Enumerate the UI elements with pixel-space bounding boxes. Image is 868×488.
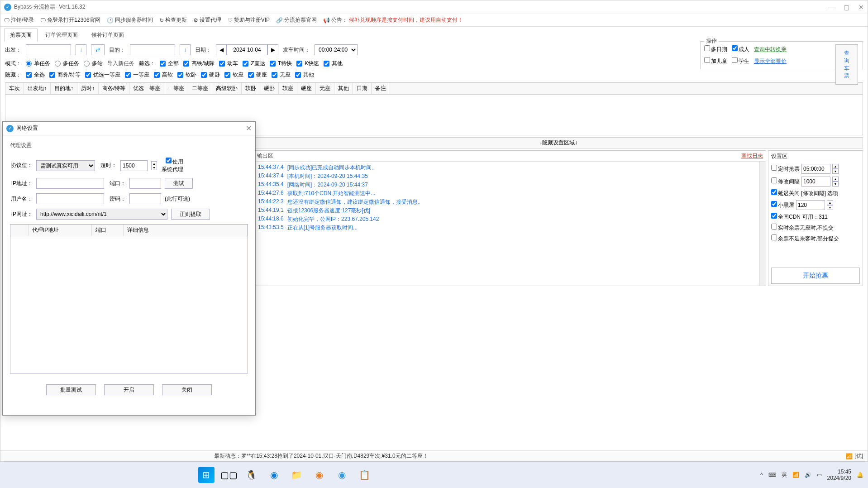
hide-ruanzuo[interactable]: 软座 (224, 71, 243, 79)
edge-icon[interactable]: ◉ (266, 467, 282, 483)
blackroom-check[interactable]: 小黑屋 (771, 201, 794, 209)
close-button[interactable]: ✕ (858, 4, 864, 11)
mode-multi[interactable]: 多任务 (55, 60, 79, 67)
showprice-link[interactable]: 显示全部票价 (754, 57, 787, 65)
find-log-link[interactable]: 查找日志 (741, 152, 763, 160)
toggle-settings-bar[interactable]: ↓隐藏设置区域↓ (254, 137, 863, 148)
pwd-input[interactable] (129, 193, 161, 204)
hide-ruanwo[interactable]: 软卧 (177, 71, 196, 79)
transfer-link[interactable]: 查询中转换乘 (754, 46, 787, 53)
partial-check[interactable]: 余票不足乘客时,部分提交 (771, 234, 839, 243)
ime-indicator[interactable]: 英 (782, 471, 787, 479)
protocol-select[interactable]: 需测试真实可用 (36, 160, 95, 171)
th-second[interactable]: 二等座 (188, 83, 212, 94)
th-other[interactable]: 其他 (334, 83, 353, 94)
filter-other[interactable]: 其他 (324, 60, 343, 67)
proxy-th-detail[interactable]: 详细信息 (124, 225, 248, 236)
th-date[interactable]: 日期 (353, 83, 372, 94)
to-input[interactable] (130, 44, 175, 55)
multidate-check[interactable]: 多日期 (704, 45, 727, 53)
tray-battery-icon[interactable]: ▭ (817, 472, 822, 478)
delay-close-check[interactable]: 延迟关闭 [修改间隔] 选项 (771, 189, 838, 197)
filter-dongche[interactable]: 动车 (219, 60, 238, 67)
login-button[interactable]: 🖵注销/登录 (4, 16, 34, 24)
hide-all[interactable]: 全选 (26, 71, 45, 79)
adult-check[interactable]: 成人 (732, 45, 749, 53)
filter-tekuai[interactable]: T特快 (270, 60, 292, 67)
timeout-up[interactable]: ▲ (152, 162, 157, 166)
dialog-close-button[interactable]: ✕ (246, 124, 252, 133)
interval-input[interactable] (801, 177, 830, 187)
blackroom-up[interactable]: ▲ (827, 200, 833, 205)
timed-down[interactable]: ▼ (832, 169, 839, 174)
taskbar-clock[interactable]: 15:45 2024/9/20 (827, 469, 851, 482)
tray-volume-icon[interactable]: 🔊 (805, 472, 811, 478)
batch-test-button[interactable]: 批量测试 (46, 384, 96, 395)
hide-yingwo[interactable]: 硬卧 (201, 71, 220, 79)
tray-wifi-icon[interactable]: 📶 (792, 472, 799, 478)
proxy-th-port[interactable]: 端口 (92, 225, 124, 236)
start-grab-button[interactable]: 开始抢票 (771, 268, 860, 284)
th-noseat[interactable]: 无座 (316, 83, 334, 94)
bypass-app-icon[interactable]: ◉ (334, 467, 350, 483)
extract-button[interactable]: 正则提取 (171, 209, 210, 220)
port-input[interactable] (129, 178, 161, 189)
prev-date-button[interactable]: ◀ (216, 44, 227, 55)
user-input[interactable] (36, 193, 104, 204)
th-softseat[interactable]: 软座 (279, 83, 297, 94)
mode-multistation[interactable]: 多站 (84, 60, 103, 67)
nosubmit-check[interactable]: 实时余票无座时,不提交 (771, 224, 834, 232)
ip-input[interactable] (36, 178, 104, 189)
task-view-icon[interactable]: ▢▢ (221, 467, 237, 483)
test-button[interactable]: 测试 (165, 178, 193, 189)
dialog-titlebar[interactable]: ✓ 网络设置 ✕ (3, 122, 255, 135)
th-duration[interactable]: 历时↑ (77, 83, 99, 94)
maximize-button[interactable]: ▢ (844, 4, 849, 11)
use-sys-proxy-check[interactable]: 使用系统代理 (161, 158, 183, 173)
th-premfirst[interactable]: 优选一等座 (129, 83, 164, 94)
firefox-icon[interactable]: ◉ (311, 467, 328, 483)
mode-single[interactable]: 单任务 (26, 60, 50, 67)
import-task-button[interactable]: 导入新任务 (107, 60, 134, 67)
th-business[interactable]: 商务/特等 (99, 83, 129, 94)
qq-icon[interactable]: 🐧 (243, 467, 260, 483)
scrollbar[interactable] (759, 162, 766, 286)
blackroom-input[interactable] (796, 200, 825, 210)
th-hardsleep[interactable]: 硬卧 (260, 83, 279, 94)
interval-check[interactable]: 修改间隔 (771, 177, 800, 186)
hide-gaoruan[interactable]: 高软 (154, 71, 173, 79)
close-proxy-button[interactable]: 关闭 (162, 384, 212, 395)
next-date-button[interactable]: ▶ (267, 44, 278, 55)
notifications-icon[interactable]: 🔔 (857, 472, 863, 478)
start-button[interactable]: ⊞ (198, 467, 215, 483)
timed-check[interactable]: 定时抢票 (771, 165, 800, 173)
th-supsoft[interactable]: 高级软卧 (212, 83, 242, 94)
tab-grab[interactable]: 抢票页面 (4, 29, 38, 42)
th-train[interactable]: 车次 (5, 83, 24, 94)
query-button[interactable]: 查询 车票 (835, 44, 858, 85)
time-select[interactable]: 00:00-24:00 (315, 44, 358, 55)
timed-up[interactable]: ▲ (832, 164, 839, 169)
proxy-th-ip[interactable]: 代理IP地址 (29, 225, 92, 236)
open-12306-button[interactable]: 🖵免登录打开12306官网 (40, 16, 100, 24)
th-remark[interactable]: 备注 (372, 83, 390, 94)
interval-down[interactable]: ▼ (832, 182, 839, 187)
open-button[interactable]: 开启 (104, 384, 154, 395)
tray-keyboard-icon[interactable]: ⌨ (768, 472, 776, 478)
interval-up[interactable]: ▲ (832, 177, 839, 182)
explorer-icon[interactable]: 📁 (289, 467, 305, 483)
hide-yideng[interactable]: 一等座 (125, 71, 149, 79)
filter-gaotie[interactable]: 高铁/城际 (183, 60, 215, 67)
tab-order[interactable]: 订单管理页面 (39, 29, 84, 42)
swap-button[interactable]: ⇄ (91, 44, 105, 55)
hide-other[interactable]: 其他 (295, 71, 314, 79)
timeout-input[interactable] (120, 160, 148, 171)
blackroom-down[interactable]: ▼ (827, 205, 833, 210)
app-icon-2[interactable]: 📋 (357, 467, 373, 483)
set-proxy-button[interactable]: ⚙设置代理 (193, 16, 221, 24)
child-check[interactable]: 加儿童 (704, 57, 727, 65)
student-check[interactable]: 学生 (732, 57, 749, 65)
sponsor-button[interactable]: ♡赞助与注册VIP (228, 16, 270, 24)
tab-waitlist[interactable]: 候补订单页面 (86, 29, 130, 42)
filter-kuaisu[interactable]: K快速 (296, 60, 319, 67)
